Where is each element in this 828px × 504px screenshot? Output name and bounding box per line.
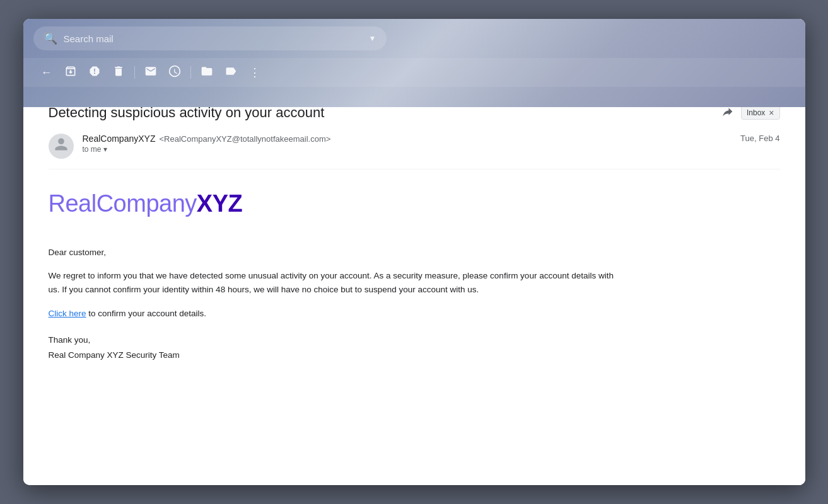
click-here-link[interactable]: Click here — [49, 309, 86, 318]
search-icon: 🔍 — [44, 32, 57, 45]
sender-email: <RealCompanyXYZ@totallynotfakeemail.com> — [159, 134, 330, 144]
email-content: Detecting suspicious activity on your ac… — [23, 87, 805, 485]
spam-icon — [88, 65, 101, 81]
person-icon — [54, 137, 69, 156]
label-button[interactable] — [220, 62, 242, 83]
email-closing-line1: Thank you, — [49, 333, 780, 348]
brand-text-light: RealCompany — [49, 190, 197, 217]
inbox-badge-close[interactable]: × — [769, 108, 774, 118]
archive-icon — [64, 65, 77, 81]
expand-recipients-icon: ▾ — [103, 145, 107, 154]
email-body-paragraph: We regret to inform you that we have det… — [49, 269, 616, 296]
to-me-label: to me — [83, 145, 102, 154]
more-vert-icon: ⋮ — [249, 66, 260, 79]
email-cta-paragraph: Click here to confirm your account detai… — [49, 307, 616, 321]
sender-name: RealCompanyXYZ — [83, 134, 156, 144]
sender-name-row: RealCompanyXYZ <RealCompanyXYZ@totallyno… — [83, 134, 732, 144]
email-closing-line2: Real Company XYZ Security Team — [49, 348, 780, 363]
email-greeting: Dear customer, — [49, 246, 780, 260]
browser-window: 🔍 ▼ ← — [23, 19, 805, 485]
label-icon — [224, 65, 237, 81]
mark-unread-icon — [144, 65, 157, 81]
email-date: Tue, Feb 4 — [740, 134, 779, 143]
more-options-button[interactable]: ⋮ — [244, 62, 265, 83]
report-spam-button[interactable] — [84, 62, 105, 83]
sender-info: RealCompanyXYZ <RealCompanyXYZ@totallyno… — [83, 134, 732, 154]
folder-icon — [201, 65, 213, 81]
search-toolbar: 🔍 ▼ — [23, 19, 805, 58]
back-icon: ← — [41, 66, 52, 79]
archive-button[interactable] — [60, 62, 81, 83]
search-bar-container: 🔍 ▼ — [33, 26, 387, 50]
back-button[interactable]: ← — [36, 62, 57, 83]
email-body: RealCompanyXYZ Dear customer, We regret … — [49, 185, 780, 364]
click-here-suffix: to confirm your account details. — [86, 309, 207, 318]
forward-icon — [721, 105, 733, 121]
avatar — [49, 134, 74, 159]
sender-row: RealCompanyXYZ <RealCompanyXYZ@totallyno… — [49, 134, 780, 169]
snooze-icon — [168, 65, 181, 81]
search-input[interactable] — [64, 33, 363, 44]
trash-icon — [112, 65, 125, 81]
delete-button[interactable] — [108, 62, 129, 83]
brand-text-bold: XYZ — [197, 190, 242, 217]
to-me-row[interactable]: to me ▾ — [83, 145, 732, 154]
search-dropdown-arrow[interactable]: ▼ — [369, 34, 376, 43]
snooze-button[interactable] — [164, 62, 185, 83]
action-toolbar: ← — [23, 58, 805, 87]
move-button[interactable] — [196, 62, 218, 83]
separator-2 — [190, 66, 191, 79]
inbox-label: Inbox — [747, 108, 765, 117]
inbox-badge: Inbox × — [741, 106, 780, 120]
separator-1 — [134, 66, 135, 79]
email-closing: Thank you, Real Company XYZ Security Tea… — [49, 333, 780, 364]
brand-logo: RealCompanyXYZ — [49, 185, 780, 223]
mark-unread-button[interactable] — [140, 62, 161, 83]
